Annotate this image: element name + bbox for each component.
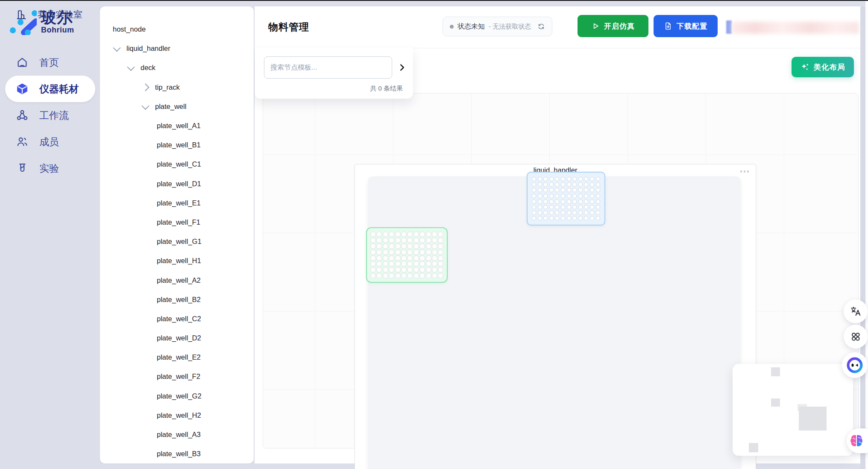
well xyxy=(538,199,542,204)
sidebar-item-工作流[interactable]: 工作流 xyxy=(0,102,100,129)
well xyxy=(370,232,376,237)
tree-node-plate_well_C2[interactable]: plate_well_C2 xyxy=(100,309,254,328)
well xyxy=(370,249,376,255)
well xyxy=(584,194,588,198)
well xyxy=(596,188,600,192)
tree-node-plate_well_G1[interactable]: plate_well_G1 xyxy=(100,232,254,251)
tree-node-plate_well_B1[interactable]: plate_well_B1 xyxy=(100,135,254,155)
well xyxy=(561,182,565,187)
ai-assistant-button[interactable] xyxy=(842,352,868,378)
tree-node-plate_well_D2[interactable]: plate_well_D2 xyxy=(100,328,254,348)
tree-node-plate_well_F1[interactable]: plate_well_F1 xyxy=(100,213,254,232)
window-top-edge xyxy=(0,0,868,1)
minimap[interactable] xyxy=(733,364,853,456)
well xyxy=(419,243,425,249)
sidebar-item-首页[interactable]: 首页 xyxy=(0,49,100,76)
well xyxy=(590,177,594,181)
well xyxy=(438,249,443,255)
well xyxy=(538,188,542,192)
download-config-label: 下载配置 xyxy=(677,21,707,31)
minimap-node-rect xyxy=(771,367,780,376)
refresh-icon[interactable] xyxy=(537,23,545,30)
page-title: 物料管理 xyxy=(268,6,309,48)
right-scrollbar[interactable] xyxy=(860,6,865,469)
redacted-user-info xyxy=(732,22,859,34)
sidebar-item-仪器耗材[interactable]: 仪器耗材 xyxy=(5,76,95,102)
well xyxy=(419,267,425,273)
tree-node-plate_well_G2[interactable]: plate_well_G2 xyxy=(100,387,254,406)
minimap-node-rect xyxy=(799,407,827,431)
well xyxy=(370,255,376,261)
well xyxy=(532,188,536,192)
tree-node-plate_well_A2[interactable]: plate_well_A2 xyxy=(100,270,254,290)
sidebar-item-成员[interactable]: 成员 xyxy=(0,129,100,155)
tree-node-plate_well_B2[interactable]: plate_well_B2 xyxy=(100,290,254,309)
well xyxy=(578,177,583,181)
well-plate-green[interactable] xyxy=(366,227,448,283)
well xyxy=(383,273,388,278)
translate-button[interactable] xyxy=(844,299,868,323)
tree-node-plate_well_B3[interactable]: plate_well_B3 xyxy=(100,444,254,463)
well xyxy=(438,273,443,278)
brand-logo[interactable]: 玻尔 Bohrium xyxy=(9,9,74,35)
beautify-layout-button[interactable]: 美化布局 xyxy=(792,57,854,77)
well xyxy=(389,255,394,261)
well xyxy=(596,182,600,187)
tree-node-plate_well_D1[interactable]: plate_well_D1 xyxy=(100,174,254,193)
well xyxy=(413,267,419,273)
node-menu-dots-icon[interactable] xyxy=(740,170,749,173)
well xyxy=(532,194,536,198)
tree-node-plate_well_E1[interactable]: plate_well_E1 xyxy=(100,193,254,213)
tree-node-liquid_handler[interactable]: liquid_handler xyxy=(100,39,254,58)
well xyxy=(561,205,565,209)
chevron-down-icon[interactable] xyxy=(127,63,135,71)
minimap-node-rect xyxy=(749,443,758,452)
well xyxy=(401,232,407,237)
well xyxy=(538,211,542,215)
tree-node-label: plate_well_A1 xyxy=(157,122,201,130)
well xyxy=(596,177,600,181)
well xyxy=(538,182,542,187)
well-plate-blue[interactable] xyxy=(527,172,605,226)
brand-name-cn: 玻尔 xyxy=(41,9,74,26)
well xyxy=(532,199,536,204)
start-simulation-button[interactable]: 开启仿真 xyxy=(578,15,648,37)
tree-node-plate_well_A1[interactable]: plate_well_A1 xyxy=(100,116,254,135)
tree-node-plate_well[interactable]: plate_well xyxy=(100,97,254,116)
chevron-down-icon[interactable] xyxy=(141,102,149,110)
chevron-right-icon[interactable] xyxy=(141,83,149,91)
well xyxy=(532,205,536,209)
well xyxy=(549,188,554,192)
home-icon xyxy=(16,56,28,68)
well xyxy=(407,232,413,237)
tree-node-plate_well_A3[interactable]: plate_well_A3 xyxy=(100,425,254,444)
well xyxy=(567,216,571,220)
well xyxy=(413,273,419,278)
well xyxy=(389,273,394,278)
apps-grid-button[interactable] xyxy=(844,325,868,349)
tree-node-plate_well_F2[interactable]: plate_well_F2 xyxy=(100,367,254,386)
sidebar-item-实验[interactable]: 实验 xyxy=(0,155,100,182)
well xyxy=(370,243,376,249)
tree-node-deck[interactable]: deck xyxy=(100,58,254,77)
well xyxy=(413,237,419,243)
download-config-button[interactable]: 下载配置 xyxy=(654,15,718,37)
minimap-node-rect xyxy=(771,399,780,407)
search-input[interactable] xyxy=(264,56,392,79)
tree-node-plate_well_E2[interactable]: plate_well_E2 xyxy=(100,348,254,367)
tree-node-host_node[interactable]: host_node xyxy=(100,20,254,39)
ai-brain-button[interactable] xyxy=(847,428,868,453)
well xyxy=(543,211,548,215)
liquid-handler-node[interactable]: liquid_handler data: [object Object] xyxy=(355,164,756,469)
collapse-chevron-icon[interactable] xyxy=(397,63,407,72)
tree-node-plate_well_C1[interactable]: plate_well_C1 xyxy=(100,155,254,174)
tree-node-tip_rack[interactable]: tip_rack xyxy=(100,78,254,97)
well xyxy=(395,261,401,267)
tree-node-plate_well_H2[interactable]: plate_well_H2 xyxy=(100,406,254,425)
workflow-icon xyxy=(16,109,28,121)
status-badge[interactable]: 状态未知 - 无法获取状态 xyxy=(443,17,552,36)
well xyxy=(561,188,565,192)
chevron-down-icon[interactable] xyxy=(113,44,120,52)
well xyxy=(438,255,443,261)
tree-node-plate_well_H1[interactable]: plate_well_H1 xyxy=(100,251,254,270)
